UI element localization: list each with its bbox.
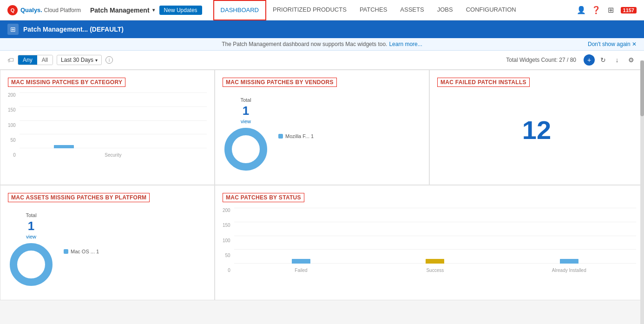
- nav-item-jobs[interactable]: JOBS: [431, 0, 460, 20]
- app-title-chevron: ▾: [152, 7, 155, 13]
- bars-row-w1: [20, 93, 207, 148]
- bar-group-failed: [234, 208, 368, 264]
- refresh-button[interactable]: ↻: [598, 54, 609, 66]
- y-axis-w5: 200 150 100 50 0: [223, 208, 230, 273]
- donut-section-w2: Total 1 view Mozilla F... 1: [223, 93, 421, 177]
- bar-group-installed: [502, 208, 636, 264]
- dashboard-grid: MAC MISSING PATCHES BY CATEGORY 200 150 …: [0, 70, 644, 300]
- date-filter[interactable]: Last 30 Days ▾: [57, 55, 102, 65]
- nav-item-assets[interactable]: ASSETS: [394, 0, 430, 20]
- banner-dismiss[interactable]: Don't show again ✕: [588, 41, 637, 47]
- help-icon[interactable]: ❓: [591, 5, 601, 15]
- legend-dot-mozilla: [278, 134, 283, 139]
- donut-w4: Total 1 view: [8, 212, 54, 288]
- chart-area-w1: Security: [20, 93, 207, 158]
- x-labels-w5: Failed Success Already Installed: [234, 268, 636, 273]
- settings-button[interactable]: ⚙: [625, 54, 637, 66]
- donut-count-w2: 1: [243, 105, 249, 117]
- donut-chart-w4: [8, 241, 54, 288]
- bar-group-success: [368, 208, 502, 264]
- widget-title-w3: MAC FAILED PATCH INSTALLS: [437, 78, 530, 87]
- notification-badge[interactable]: 1157: [621, 7, 637, 13]
- filter-bar: 🏷 Any All Last 30 Days ▾ i Total Widgets…: [0, 51, 644, 70]
- bar-failed: [292, 259, 310, 264]
- x-label-failed: Failed: [234, 268, 368, 273]
- y-axis-w1: 200 150 100 50 0: [8, 93, 16, 158]
- widget-title-w2: MAC MISSING PATCHES BY VENDORS: [223, 78, 337, 87]
- widget-mac-patches-status: MAC PATCHES BY STATUS 200 150 100 50 0: [215, 185, 644, 300]
- nav-item-prioritized[interactable]: PRIORITIZED PRODUCTS: [266, 0, 353, 20]
- filter-any-button[interactable]: Any: [18, 55, 37, 65]
- user-icon[interactable]: 👤: [576, 5, 586, 15]
- big-number-w3: 12: [437, 93, 636, 167]
- donut-legend-w2: Mozilla F... 1: [278, 131, 314, 139]
- banner-learn-more[interactable]: Learn more...: [389, 41, 422, 47]
- qualys-logo-icon: Q: [7, 5, 18, 15]
- widget-title-w4: MAC ASSETS MISSING PATCHES BY PLATFORM: [8, 193, 150, 202]
- right-scrollbar[interactable]: [640, 60, 644, 300]
- bar-chart-w1: 200 150 100 50 0: [8, 93, 207, 158]
- svg-point-3: [18, 251, 44, 278]
- status-chart-w5: 200 150 100 50 0: [223, 208, 636, 273]
- sub-header-title: Patch Management... (DEFAULT): [23, 26, 124, 33]
- main-nav: DASHBOARD PRIORITIZED PRODUCTS PATCHES A…: [213, 0, 576, 20]
- donut-w2: Total 1 view: [223, 97, 269, 172]
- bar-installed: [560, 259, 578, 264]
- donut-legend-w4: Mac OS ... 1: [64, 246, 99, 254]
- apps-icon[interactable]: ⊞: [606, 5, 616, 15]
- download-button[interactable]: ↓: [611, 54, 623, 66]
- widget-mac-missing-patches-vendors: MAC MISSING PATCHES BY VENDORS Total 1 v…: [215, 70, 429, 185]
- donut-chart-w2: [223, 126, 269, 172]
- tag-icon: 🏷: [7, 56, 14, 64]
- widget-title-w1: MAC MISSING PATCHES BY CATEGORY: [8, 78, 125, 87]
- widget-title-w5: MAC PATCHES BY STATUS: [223, 193, 304, 202]
- date-filter-chevron: ▾: [95, 58, 98, 63]
- widget-mac-missing-patches-category: MAC MISSING PATCHES BY CATEGORY 200 150 …: [0, 70, 215, 185]
- donut-view-w4[interactable]: view: [26, 234, 36, 239]
- widget-actions: + ↻ ↓ ⚙: [584, 54, 637, 66]
- chart-area-w5: Failed Success Already Installed: [234, 208, 636, 273]
- nav-item-patches[interactable]: PATCHES: [353, 0, 394, 20]
- filter-info-icon[interactable]: i: [105, 56, 113, 64]
- filter-all-button[interactable]: All: [37, 55, 53, 65]
- x-label-installed: Already Installed: [502, 268, 636, 273]
- app-title[interactable]: Patch Management ▾: [90, 7, 155, 14]
- banner-text: The Patch Management dashboard now suppo…: [222, 41, 387, 47]
- widget-mac-failed-patch-installs: MAC FAILED PATCH INSTALLS 12: [429, 70, 644, 185]
- legend-item-mozilla: Mozilla F... 1: [278, 133, 314, 139]
- legend-item-macos: Mac OS ... 1: [64, 249, 99, 254]
- info-banner: The Patch Management dashboard now suppo…: [0, 38, 644, 51]
- right-scrollbar-thumb[interactable]: [640, 60, 644, 116]
- donut-view-w2[interactable]: view: [241, 119, 251, 124]
- nav-item-configuration[interactable]: CONFIGURATION: [460, 0, 523, 20]
- donut-count-w4: 1: [28, 220, 34, 232]
- new-updates-button[interactable]: New Updates: [159, 6, 202, 15]
- donut-total-label-w2: Total: [240, 97, 251, 103]
- x-label-success: Success: [368, 268, 502, 273]
- logo-area: Q Qualys. Cloud Platform: [7, 5, 81, 15]
- add-widget-button[interactable]: +: [584, 54, 595, 66]
- x-labels-w1: Security: [20, 152, 207, 158]
- widget-mac-assets-missing-platform: MAC ASSETS MISSING PATCHES BY PLATFORM T…: [0, 185, 215, 300]
- nav-item-dashboard[interactable]: DASHBOARD: [213, 0, 266, 20]
- widget-count: Total Widgets Count: 27 / 80: [506, 57, 576, 63]
- legend-dot-macos: [64, 249, 68, 254]
- donut-total-label-w4: Total: [26, 212, 36, 218]
- top-nav: Q Qualys. Cloud Platform Patch Managemen…: [0, 0, 644, 20]
- nav-right: 👤 ❓ ⊞ 1157: [576, 5, 637, 15]
- donut-section-w4: Total 1 view Mac OS ... 1: [8, 208, 207, 292]
- sub-header: ⊞ Patch Management... (DEFAULT): [0, 20, 644, 38]
- dashboard-icon: ⊞: [7, 24, 19, 35]
- logo-text: Qualys. Cloud Platform: [20, 7, 81, 13]
- bar-security: [54, 145, 73, 148]
- bar-success: [426, 259, 444, 264]
- filter-tag-group: Any All: [18, 55, 53, 65]
- bars-row-w5: [234, 208, 636, 264]
- svg-point-1: [233, 136, 259, 162]
